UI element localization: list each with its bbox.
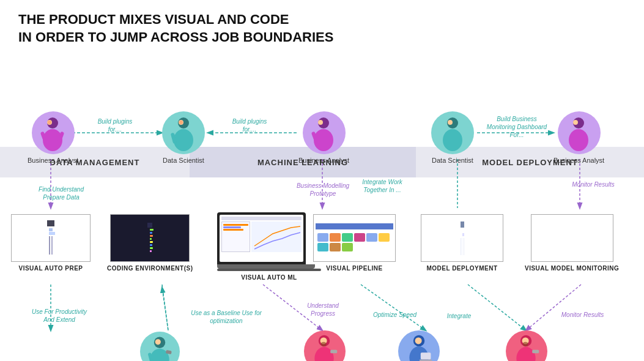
diagram-area: DATA MANAGEMENT MACHINE LEARNING MODEL D… <box>0 52 644 361</box>
product-label-md: MODEL DEPLOYMENT <box>426 265 497 272</box>
avatar-circle-ds3 <box>140 332 180 361</box>
avatar-circle-ds1 <box>162 111 205 154</box>
avatar-label-ba2: Business Analyst <box>298 157 349 164</box>
product-visual-model-monitoring: VISUAL MODEL MONITORING <box>525 214 619 272</box>
avatar-circle-ba2 <box>303 111 346 154</box>
annotation-build1: Build plugins for.... <box>91 117 139 133</box>
avatar-label-ba1: Business Analyst <box>28 157 78 164</box>
avatar-de1: Data Engineer <box>398 330 440 361</box>
product-model-deployment: MODEL DEPLOYMENT <box>421 214 503 272</box>
annotation-find: Find Understand Prepare Data <box>31 185 92 201</box>
product-label-vmm: VISUAL MODEL MONITORING <box>525 265 619 272</box>
svg-point-47 <box>415 338 421 344</box>
svg-rect-48 <box>420 352 431 359</box>
avatar-al2: Analytics Leader <box>502 330 551 361</box>
avatar-circle-ba1 <box>32 111 75 154</box>
svg-point-30 <box>443 129 462 151</box>
avatar-al1: Analytics Leader <box>300 330 349 361</box>
annotation-productivity: Use For Productivity And Extend <box>26 308 93 324</box>
svg-line-10 <box>361 285 426 330</box>
svg-line-11 <box>468 285 526 330</box>
annotation-build2: Build plugins for.... <box>225 117 274 133</box>
product-label-vp: VISUAL PIPELINE <box>326 265 382 272</box>
svg-rect-44 <box>330 350 337 354</box>
avatar-label-ds2: Data Scientist <box>432 157 473 164</box>
avatar-ba1: Business Analyst <box>28 111 78 164</box>
avatar-circle-ds2 <box>431 111 474 154</box>
annotation-integrate-bottom: Integrate <box>439 312 479 320</box>
svg-point-41 <box>315 347 334 361</box>
product-visual-auto-ml: VISUAL AUTO ML <box>217 212 321 281</box>
annotation-baseline: Use as a Baseline Use for optimization <box>190 309 263 325</box>
svg-point-23 <box>179 121 183 124</box>
avatar-ds1: Data Scientist <box>162 111 205 164</box>
annotation-optimize: Optimize Speed <box>372 311 418 319</box>
svg-point-34 <box>573 120 578 125</box>
annotation-build3: Build Business Monitoring Dashboard For.… <box>483 115 550 139</box>
svg-line-12 <box>526 285 581 330</box>
avatar-circle-al1 <box>304 330 346 361</box>
svg-point-21 <box>174 129 193 151</box>
annotation-understand: Understand Progress <box>298 302 347 318</box>
svg-point-31 <box>448 120 453 125</box>
svg-line-8 <box>162 285 168 330</box>
product-coding-env: CODING ENVIRONMENT(S) <box>107 214 193 272</box>
svg-point-19 <box>48 121 51 124</box>
svg-point-33 <box>569 129 588 151</box>
product-label-vap: VISUAL AUTO PREP <box>18 265 83 272</box>
avatar-label-ba3: Business Analyst <box>553 157 604 164</box>
svg-point-51 <box>517 347 536 361</box>
annotation-monitor-bottom: Monitor Results <box>560 311 605 319</box>
product-visual-auto-prep: VISUAL AUTO PREP <box>11 214 91 272</box>
svg-point-28 <box>318 120 323 125</box>
main-container: THE PRODUCT MIXES VISUAL AND CODE IN ORD… <box>0 0 644 361</box>
svg-line-13 <box>162 288 168 330</box>
avatar-label-ds1: Data Scientist <box>163 157 204 164</box>
avatar-circle-al2 <box>506 330 547 361</box>
avatar-ds3: Data Scientist <box>139 332 181 361</box>
product-visual-pipeline: VISUAL PIPELINE <box>313 214 396 272</box>
avatar-circle-de1 <box>398 330 440 361</box>
svg-point-53 <box>523 342 528 346</box>
svg-rect-54 <box>532 350 539 354</box>
avatar-ds2: Data Scientist <box>431 111 474 164</box>
product-label-ce: CODING ENVIRONMENT(S) <box>107 265 193 272</box>
annotation-integrate-top: Integrate Work Together In ... <box>355 178 410 194</box>
annotation-monitor-top: Monitor Results <box>569 180 618 188</box>
svg-point-37 <box>155 339 161 344</box>
avatar-ba2: Business Analyst <box>298 111 349 164</box>
svg-point-43 <box>321 342 327 346</box>
avatar-circle-ba3 <box>558 111 601 154</box>
avatar-ba3: Business Analyst <box>553 111 604 164</box>
product-label-vaml: VISUAL AUTO ML <box>241 274 297 281</box>
annotation-bmp: Business Modelling Prototype <box>292 182 353 198</box>
page-title: THE PRODUCT MIXES VISUAL AND CODE IN ORD… <box>0 0 644 52</box>
